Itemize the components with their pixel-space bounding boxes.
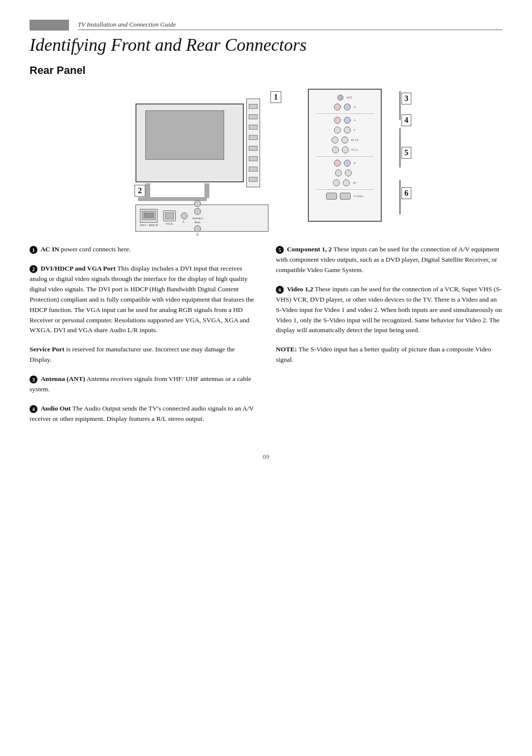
diagram-area: 1 DVI / HDCP VGA <box>30 89 502 227</box>
badge-4: 4 <box>30 405 37 413</box>
label-3: 3 <box>401 93 411 104</box>
page-number: 09 <box>30 453 502 461</box>
desc-item4: 4 Audio Out The Audio Output sends the T… <box>30 404 256 424</box>
label-1: 1 <box>270 91 281 103</box>
badge-1: 1 <box>30 246 37 254</box>
service-group: ServicePort R <box>193 200 203 237</box>
rp-video-row2 <box>313 170 377 176</box>
item2-text: 2 DVI/HDCP and VGA Port This display inc… <box>30 264 256 336</box>
conn-slot <box>249 167 258 172</box>
badge-6: 6 <box>276 286 284 294</box>
rp-comp-row4: Pr Cr <box>313 146 377 153</box>
rp-circle <box>345 170 352 176</box>
desc-item2: 2 DVI/HDCP and VGA Port This display inc… <box>30 264 256 336</box>
desc-item6: 6 Video 1,2 These inputs can be used for… <box>276 284 502 336</box>
svideo-port <box>326 193 337 200</box>
bottom-connector-strip: DVI / HDCP VGA L ServicePort <box>135 205 268 232</box>
label-4: 4 <box>401 114 411 126</box>
label-5: 5 <box>401 147 411 159</box>
rp-circle <box>342 146 349 153</box>
tv-stand-left <box>145 183 150 198</box>
desc-service-port: Service Port is reserved for manufacture… <box>30 344 256 365</box>
audio-label: L <box>183 220 185 224</box>
rp-ant-circle <box>337 95 343 101</box>
rp-circle <box>332 137 338 143</box>
desc-item3: 3 Antenna (ANT) Antenna receives signals… <box>30 374 256 395</box>
rp-audio-row: A <box>313 103 377 110</box>
desc-item5: 5 Component 1, 2 These inputs can be use… <box>276 244 502 275</box>
tv-stand-right <box>204 183 209 198</box>
conn-slot <box>249 146 258 151</box>
rp-circle <box>334 103 341 110</box>
right-panel-diagram: ANT A A Y Pb Cb <box>303 89 411 227</box>
vga-group: VGA <box>163 210 176 226</box>
rp-circle <box>341 137 348 143</box>
item5-text: 5 Component 1, 2 These inputs can be use… <box>276 244 502 275</box>
right-panel-box: ANT A A Y Pb Cb <box>308 89 382 222</box>
rp-circle <box>343 179 350 186</box>
header-bar: TV Installation and Connection Guide <box>30 20 502 31</box>
label-6: 6 <box>401 187 411 199</box>
conn-slot <box>249 135 258 140</box>
badge-5: 5 <box>276 246 284 254</box>
dvi-port <box>140 209 158 223</box>
item1-text: 1 AC IN power cord connects here. <box>30 244 256 255</box>
conn-slot <box>249 114 258 119</box>
conn-slot <box>249 125 258 130</box>
side-connector-panel <box>246 99 260 187</box>
rp-circle <box>344 103 351 110</box>
service-label: ServicePort <box>193 216 203 224</box>
conn-slot <box>249 156 258 161</box>
item3-text: 3 Antenna (ANT) Antenna receives signals… <box>30 374 256 395</box>
rp-circle <box>344 160 351 167</box>
rp-comp-row2: Y <box>313 127 377 134</box>
bracket-3-4 <box>399 91 400 120</box>
tv-diagram: 1 DVI / HDCP VGA <box>121 89 288 227</box>
vga-label: VGA <box>166 222 173 226</box>
rp-comp-row3: Pb Cb <box>313 137 377 143</box>
svideo-port2 <box>340 193 351 200</box>
header-logo-box <box>30 20 69 31</box>
tv-screen <box>145 110 224 160</box>
item6-text: 6 Video 1,2 These inputs can be used for… <box>276 284 502 336</box>
rp-circle <box>335 170 342 176</box>
rp-circle <box>344 117 351 124</box>
rp-circle <box>332 146 339 153</box>
rp-comp-row1: A <box>313 117 377 124</box>
rp-circle <box>334 127 341 134</box>
bracket-6 <box>399 180 400 214</box>
page-title: Identifying Front and Rear Connectors <box>30 34 502 55</box>
label-2: 2 <box>134 185 145 197</box>
col-right: 5 Component 1, 2 These inputs can be use… <box>276 244 502 433</box>
col-left: 1 AC IN power cord connects here. 2 DVI/… <box>30 244 256 433</box>
service-port-text: Service Port is reserved for manufacture… <box>30 344 256 365</box>
audio-l-port <box>181 212 188 219</box>
section-title: Rear Panel <box>30 64 502 77</box>
audio-r-port <box>194 225 201 232</box>
badge-2: 2 <box>30 265 37 273</box>
note-text: NOTE: The S-Video input has a better qua… <box>276 344 502 365</box>
bracket-5 <box>399 128 400 168</box>
desc-note: NOTE: The S-Video input has a better qua… <box>276 344 502 365</box>
rp-svideo-row: S-Video <box>313 193 377 200</box>
rp-circle <box>333 179 340 186</box>
conn-slot <box>249 104 258 109</box>
rp-circle <box>334 117 341 124</box>
rp-av-row: AV <box>313 179 377 186</box>
conn-slot <box>249 177 258 182</box>
vga-port <box>163 210 176 221</box>
badge-3: 3 <box>30 376 37 383</box>
item4-text: 4 Audio Out The Audio Output sends the T… <box>30 404 256 424</box>
rp-video-row1: R <box>313 160 377 167</box>
audio-lr <box>181 212 188 219</box>
rp-circle <box>334 160 341 167</box>
service-port-circle2 <box>194 208 201 215</box>
rp-circle <box>344 127 351 134</box>
desc-item1: 1 AC IN power cord connects here. <box>30 244 256 255</box>
dvi-label: DVI / HDCP <box>140 223 158 227</box>
rp-ant-row: ANT <box>313 95 377 101</box>
header-subtitle: TV Installation and Connection Guide <box>78 21 502 30</box>
content-columns: 1 AC IN power cord connects here. 2 DVI/… <box>30 244 502 433</box>
tv-body <box>135 103 244 182</box>
service-port-circle <box>194 200 201 207</box>
